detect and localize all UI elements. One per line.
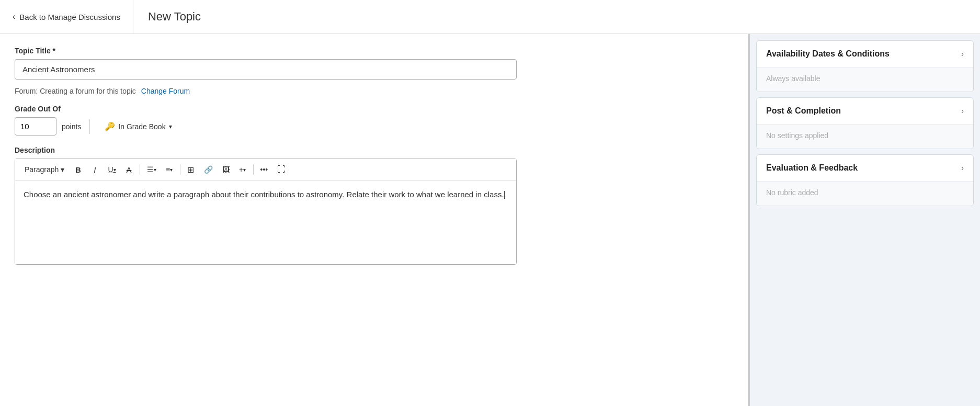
post-completion-card-title: Post & Completion [766,106,841,116]
toolbar-separator-2 [180,164,180,175]
header: ‹ Back to Manage Discussions New Topic [0,0,980,34]
post-completion-card-header[interactable]: Post & Completion › [757,98,973,125]
align-icon: ☰ [147,165,154,174]
description-section: Description Paragraph ▾ B I U ▾ A [15,146,733,265]
topic-title-label: Topic Title * [15,47,733,55]
left-panel: Topic Title * Forum: Creating a forum fo… [0,34,750,406]
add-button[interactable]: + ▾ [235,162,250,177]
availability-card: Availability Dates & Conditions › Always… [756,40,974,92]
description-label: Description [15,146,733,154]
bold-button[interactable]: B [71,162,85,177]
availability-value: Always available [766,74,821,83]
grade-book-label: In Grade Book [118,122,165,131]
availability-card-body: Always available [757,67,973,92]
points-label: points [62,122,81,131]
right-sidebar: Availability Dates & Conditions › Always… [750,34,980,406]
grade-label: Grade Out Of [15,105,733,113]
back-label: Back to Manage Discussions [19,13,120,21]
list-chevron: ▾ [170,167,173,173]
align-button[interactable]: ☰ ▾ [143,162,160,177]
grade-section: Grade Out Of points 🔑 In Grade Book ▾ [15,105,733,136]
key-icon: 🔑 [105,121,115,131]
post-completion-card: Post & Completion › No settings applied [756,97,974,149]
forum-info-text: Forum: Creating a forum for this topic [15,87,136,95]
change-forum-link[interactable]: Change Forum [141,87,190,95]
page-title: New Topic [133,10,215,24]
topic-title-input[interactable] [15,59,517,80]
availability-card-title: Availability Dates & Conditions [766,49,890,59]
grade-input[interactable] [15,117,56,136]
strikethrough-button[interactable]: A [122,162,136,177]
underline-button[interactable]: U ▾ [104,162,119,177]
link-button[interactable]: 🔗 [200,162,216,177]
evaluation-chevron-icon: › [961,164,964,172]
grade-row: points 🔑 In Grade Book ▾ [15,117,733,136]
rich-text-editor: Paragraph ▾ B I U ▾ A ☰ ▾ [15,159,517,265]
insert-special-icon: ⊞ [187,165,194,175]
list-button[interactable]: ≡ ▾ [162,162,177,177]
image-button[interactable]: 🖼 [219,162,233,177]
chevron-left-icon: ‹ [13,12,15,21]
post-completion-value: No settings applied [766,131,828,140]
topic-title-group: Topic Title * [15,47,733,80]
text-cursor [504,191,505,199]
post-completion-chevron-icon: › [961,107,964,115]
evaluation-card-header[interactable]: Evaluation & Feedback › [757,155,973,182]
forum-info: Forum: Creating a forum for this topic C… [15,87,733,95]
link-icon: 🔗 [204,165,213,174]
insert-special-button[interactable]: ⊞ [184,162,198,177]
fullscreen-button[interactable]: ⛶ [274,162,289,177]
fullscreen-icon: ⛶ [277,165,286,174]
post-completion-card-body: No settings applied [757,125,973,149]
image-icon: 🖼 [222,165,230,174]
paragraph-style-label: Paragraph [25,165,59,174]
main-layout: Topic Title * Forum: Creating a forum fo… [0,34,980,406]
chevron-down-icon: ▾ [61,165,64,174]
editor-toolbar: Paragraph ▾ B I U ▾ A ☰ ▾ [15,159,516,181]
back-link[interactable]: ‹ Back to Manage Discussions [0,0,133,33]
availability-chevron-icon: › [961,50,964,58]
paragraph-style-button[interactable]: Paragraph ▾ [20,163,69,176]
grade-book-button[interactable]: 🔑 In Grade Book ▾ [98,117,178,136]
evaluation-value: No rubric added [766,188,818,197]
more-options-icon: ••• [260,165,268,174]
add-icon: + [239,165,243,174]
toolbar-separator-3 [253,164,254,175]
evaluation-card: Evaluation & Feedback › No rubric added [756,154,974,206]
add-chevron: ▾ [243,167,246,173]
more-options-button[interactable]: ••• [257,162,272,177]
chevron-down-icon: ▾ [169,123,172,130]
editor-content: Choose an ancient astronomer and write a… [24,190,504,199]
italic-button[interactable]: I [87,162,102,177]
divider [89,119,90,134]
align-chevron: ▾ [154,167,156,173]
editor-body[interactable]: Choose an ancient astronomer and write a… [15,181,516,264]
evaluation-card-title: Evaluation & Feedback [766,163,858,173]
list-icon: ≡ [166,165,170,174]
evaluation-card-body: No rubric added [757,182,973,206]
toolbar-separator-1 [140,164,140,175]
chevron-down-small-icon: ▾ [113,167,116,173]
availability-card-header[interactable]: Availability Dates & Conditions › [757,41,973,67]
